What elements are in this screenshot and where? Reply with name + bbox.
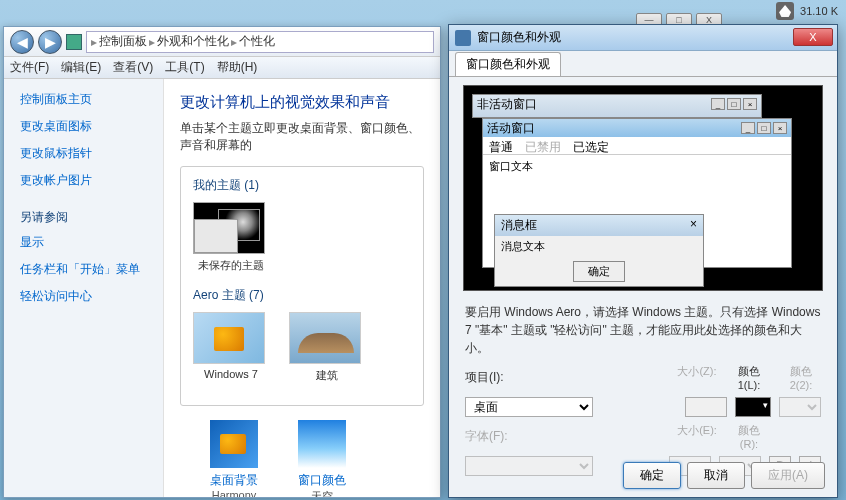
- close-button[interactable]: X: [793, 28, 833, 46]
- sidebar-link-ease[interactable]: 轻松访问中心: [20, 288, 147, 305]
- info-text: 要启用 Windows Aero，请选择 Windows 主题。只有选择 Win…: [449, 299, 837, 361]
- sidebar-link-account[interactable]: 更改帐户图片: [20, 172, 147, 189]
- dialog-icon: [455, 30, 471, 46]
- font-label: 字体(F):: [465, 428, 519, 445]
- menu-file[interactable]: 文件(F): [10, 59, 49, 76]
- active-title: 活动窗口: [487, 120, 535, 137]
- control-panel-window: ◀ ▶ ▸ 控制面板 ▸ 外观和个性化 ▸ 个性化 文件(F) 编辑(E) 查看…: [3, 26, 441, 498]
- window-text: 窗口文本: [483, 155, 791, 178]
- dialog-title: 窗口颜色和外观: [477, 29, 561, 46]
- main-content: 更改计算机上的视觉效果和声音 单击某个主题立即更改桌面背景、窗口颜色、声音和屏幕…: [164, 79, 440, 497]
- fcolor-header: 颜色(R):: [729, 423, 769, 450]
- menu-normal: 普通: [489, 139, 513, 152]
- address-bar: ◀ ▶ ▸ 控制面板 ▸ 外观和个性化 ▸ 个性化: [4, 27, 440, 57]
- preview-inactive-window: 非活动窗口 _□×: [472, 94, 762, 118]
- theme-item-unsaved[interactable]: 未保存的主题: [193, 202, 269, 273]
- chevron-icon: ▸: [91, 35, 97, 49]
- desktop-background-link[interactable]: 桌面背景 Harmony: [210, 420, 258, 497]
- menu-help[interactable]: 帮助(H): [217, 59, 258, 76]
- item-combo[interactable]: 桌面: [465, 397, 593, 417]
- aero-themes-heading: Aero 主题 (7): [193, 287, 411, 304]
- preview-message-box: 消息框× 消息文本 确定: [494, 214, 704, 287]
- control-panel-icon: [66, 34, 82, 50]
- apply-button[interactable]: 应用(A): [751, 462, 825, 489]
- menu-view[interactable]: 查看(V): [113, 59, 153, 76]
- font-combo: [465, 456, 593, 476]
- back-button[interactable]: ◀: [10, 30, 34, 54]
- sidebar-link-display[interactable]: 显示: [20, 234, 147, 251]
- window-color-link[interactable]: 窗口颜色 天空: [298, 420, 346, 497]
- min-icon: _: [711, 98, 725, 110]
- stat-text: 31.10 K: [796, 3, 842, 19]
- link-sublabel: Harmony: [210, 489, 258, 497]
- theme-thumbnail: [193, 202, 265, 254]
- theme-thumbnail: [193, 312, 265, 364]
- ok-button[interactable]: 确定: [623, 462, 681, 489]
- color2-header: 颜色 2(2):: [781, 364, 821, 391]
- theme-thumbnail: [289, 312, 361, 364]
- background-thumb: [210, 420, 258, 468]
- breadcrumb-item[interactable]: 控制面板: [99, 33, 147, 50]
- menu-tools[interactable]: 工具(T): [165, 59, 204, 76]
- menu-bar: 文件(F) 编辑(E) 查看(V) 工具(T) 帮助(H): [4, 57, 440, 79]
- sidebar-link-home[interactable]: 控制面板主页: [20, 91, 147, 108]
- menu-disabled: 已禁用: [525, 139, 561, 152]
- theme-item-win7[interactable]: Windows 7: [193, 312, 269, 383]
- color2-picker: [779, 397, 821, 417]
- msgbox-ok: 确定: [573, 261, 625, 282]
- page-subtitle: 单击某个主题立即更改桌面背景、窗口颜色、声音和屏幕的: [180, 120, 424, 154]
- inactive-title: 非活动窗口: [477, 96, 537, 113]
- notification-icon[interactable]: [776, 2, 794, 20]
- close-icon: ×: [773, 122, 787, 134]
- msgbox-title: 消息框: [501, 217, 537, 234]
- size-spinner: [685, 397, 727, 417]
- see-also-heading: 另请参阅: [20, 209, 147, 226]
- color1-picker[interactable]: [735, 397, 771, 417]
- window-color-dialog: 窗口颜色和外观 X 窗口颜色和外观 非活动窗口 _□× 活动窗口 _□× 普通 …: [448, 24, 838, 498]
- min-icon: _: [741, 122, 755, 134]
- theme-label: 建筑: [289, 368, 365, 383]
- menu-selected: 已选定: [573, 139, 609, 152]
- menu-edit[interactable]: 编辑(E): [61, 59, 101, 76]
- tab-color[interactable]: 窗口颜色和外观: [455, 52, 561, 76]
- sidebar-link-icons[interactable]: 更改桌面图标: [20, 118, 147, 135]
- breadcrumb-item[interactable]: 个性化: [239, 33, 275, 50]
- close-icon: ×: [690, 217, 697, 234]
- breadcrumb[interactable]: ▸ 控制面板 ▸ 外观和个性化 ▸ 个性化: [86, 31, 434, 53]
- title-bar[interactable]: 窗口颜色和外观 X: [449, 25, 837, 51]
- sidebar: 控制面板主页 更改桌面图标 更改鼠标指针 更改帐户图片 另请参阅 显示 任务栏和…: [4, 79, 164, 497]
- link-label: 窗口颜色: [298, 472, 346, 489]
- theme-list: 我的主题 (1) 未保存的主题 Aero 主题 (7) Windows 7: [180, 166, 424, 406]
- theme-item-arch[interactable]: 建筑: [289, 312, 365, 383]
- item-label: 项目(I):: [465, 369, 519, 386]
- msgbox-text: 消息文本: [495, 236, 703, 257]
- chevron-icon: ▸: [149, 35, 155, 49]
- color-thumb: [298, 420, 346, 468]
- tab-bar: 窗口颜色和外观: [449, 51, 837, 77]
- sidebar-link-taskbar[interactable]: 任务栏和「开始」菜单: [20, 261, 147, 278]
- max-icon: □: [757, 122, 771, 134]
- theme-label: Windows 7: [193, 368, 269, 380]
- theme-label: 未保存的主题: [193, 258, 269, 273]
- sidebar-link-mouse[interactable]: 更改鼠标指针: [20, 145, 147, 162]
- max-icon: □: [727, 98, 741, 110]
- page-heading: 更改计算机上的视觉效果和声音: [180, 93, 424, 112]
- cancel-button[interactable]: 取消: [687, 462, 745, 489]
- close-icon: ×: [743, 98, 757, 110]
- fsize-header: 大小(E):: [677, 423, 717, 450]
- color1-header: 颜色 1(L):: [729, 364, 769, 391]
- forward-button[interactable]: ▶: [38, 30, 62, 54]
- link-sublabel: 天空: [298, 489, 346, 497]
- preview-area[interactable]: 非活动窗口 _□× 活动窗口 _□× 普通 已禁用 已选定 窗口文本 消息框× …: [463, 85, 823, 291]
- breadcrumb-item[interactable]: 外观和个性化: [157, 33, 229, 50]
- chevron-icon: ▸: [231, 35, 237, 49]
- my-themes-heading: 我的主题 (1): [193, 177, 411, 194]
- size-header: 大小(Z):: [677, 364, 717, 391]
- link-label: 桌面背景: [210, 472, 258, 489]
